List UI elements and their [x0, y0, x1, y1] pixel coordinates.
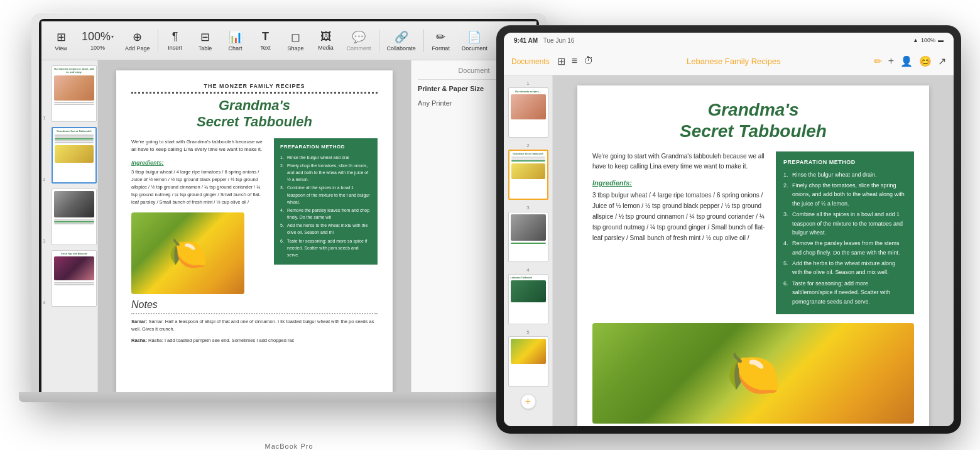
collaborate-label: Collaborate [387, 45, 416, 52]
thumb-spices-img [54, 191, 94, 217]
ios-prep-box: PREPARATION METHOD 1. Rinse the bulgur w… [776, 151, 914, 314]
table-label: Table [199, 45, 212, 52]
toolbar-document[interactable]: 📄 Document [457, 28, 493, 54]
toolbar-format[interactable]: ✏ Format [427, 28, 455, 54]
ios-thumbnail-3[interactable]: 3 [506, 205, 550, 262]
notes-heading: Notes [131, 299, 378, 314]
zoom-icon: 100% ▾ [82, 30, 114, 43]
recipe-title-line2: Secret Tabbouleh [197, 114, 312, 129]
toolbar-add-page[interactable]: ⊕ Add Page [120, 28, 155, 54]
ios-thumbnail-1[interactable]: 1 Our favorite recipes... [506, 80, 550, 138]
emoji-icon[interactable]: 😊 [919, 55, 932, 67]
toolbar-view[interactable]: ⊞ View [46, 28, 75, 54]
mac-page: THE MONZER FAMILY RECIPES Grandma's Secr… [116, 70, 393, 393]
thumb-number-4: 4 [43, 300, 45, 305]
toolbar-chart[interactable]: 📊 Chart [221, 28, 250, 54]
view-label: View [55, 45, 67, 52]
status-date: Tue Jun 16 [543, 37, 575, 44]
ios-thumb-image-1: Our favorite recipes... [508, 87, 548, 138]
ios-ingredients-heading: Ingredients: [592, 179, 766, 187]
toolbar-shape[interactable]: ◻ Shape [281, 28, 310, 54]
document-label: Document [462, 45, 487, 52]
ios-lemon-image: 🍋 [592, 323, 914, 424]
mac-toolbar: ⊞ View 100% ▾ 100% ⊕ Add Page [41, 21, 536, 60]
ios-thumb-image-3 [508, 212, 548, 262]
add-icon[interactable]: + [888, 55, 894, 67]
thumb-figs-img [54, 256, 94, 280]
pen-icon[interactable]: ✏ [874, 55, 882, 67]
ipad-body: 9:41 AM Tue Jun 16 ▲ 100% ▬ Documents ⊞ … [496, 25, 961, 434]
person-icon[interactable]: 👤 [900, 55, 913, 67]
thumb-image-1: Our favorite recipes to share, add to, a… [52, 65, 97, 122]
comment-icon: 💬 [352, 30, 366, 44]
toolbar-collaborate[interactable]: 🔗 Collaborate [382, 28, 421, 54]
macbook: ⊞ View 100% ▾ 100% ⊕ Add Page [31, 13, 547, 427]
macbook-screen: ⊞ View 100% ▾ 100% ⊕ Add Page [41, 21, 536, 393]
macbook-screen-bezel: ⊞ View 100% ▾ 100% ⊕ Add Page [39, 19, 539, 393]
shape-icon: ◻ [291, 30, 300, 44]
toolbar-zoom[interactable]: 100% ▾ 100% [77, 28, 119, 53]
view-icon: ⊞ [57, 30, 66, 44]
ios-thumb-image-5 [508, 336, 548, 387]
ios-thumb-recipe2-img [511, 280, 546, 302]
prep-title: PREPARATION METHOD [280, 143, 371, 151]
ios-intro-text: We're going to start with Grandma's tabb… [592, 151, 766, 172]
toolbar-media[interactable]: 🖼 Media [312, 28, 340, 53]
ios-toolbar: Documents ⊞ ≡ ⏱ Lebanese Family Recipes … [504, 48, 954, 75]
thumbnail-3[interactable]: 3 [44, 189, 95, 245]
text-label: Text [260, 45, 271, 51]
ios-add-page-area: + [506, 394, 550, 409]
ios-thumbnail-2[interactable]: 2 Grandma's Secret Tabbouleh [506, 143, 550, 200]
ios-add-page-button[interactable]: + [521, 394, 536, 409]
ipad: 9:41 AM Tue Jun 16 ▲ 100% ▬ Documents ⊞ … [496, 25, 961, 434]
wifi-icon: ▲ [913, 37, 918, 43]
toolbar-table[interactable]: ⊟ Table [191, 28, 220, 54]
ios-thumbnails: 1 Our favorite recipes... 2 [504, 75, 553, 426]
macbook-body: ⊞ View 100% ▾ 100% ⊕ Add Page [31, 13, 547, 402]
thumb-image-4: Fresh Figs with Almonds [52, 250, 97, 307]
ios-toolbar-icons: ⊞ ≡ ⏱ [557, 55, 594, 67]
document-icon: 📄 [467, 30, 481, 44]
ios-prep-step-6: 6. Taste for seasoning; add more salt/le… [783, 279, 906, 306]
collaborate-icon: 🔗 [395, 30, 408, 44]
recent-icon[interactable]: ⏱ [584, 55, 594, 67]
thumb-cover-img [54, 75, 94, 101]
ios-thumb-lemon-mini [511, 163, 545, 179]
ios-recipe-title: Grandma's Secret Tabbouleh [592, 99, 914, 141]
toolbar-insert[interactable]: ¶ Insert [161, 28, 190, 53]
chart-label: Chart [229, 45, 242, 52]
battery-icon: ▬ [938, 37, 944, 43]
ios-prep-title: PREPARATION METHOD [783, 158, 906, 167]
ios-thumb-spices-img [511, 214, 546, 241]
prep-box: PREPARATION METHOD 1. Rinse the bulgur w… [274, 138, 378, 265]
table-icon: ⊟ [200, 30, 210, 44]
prep-step-2: 2. Finely chop the tomatoes, slice th on… [280, 162, 371, 184]
prep-step-4: 4. Remove the parsley leaves from and ch… [280, 207, 371, 221]
status-icons: ▲ 100% ▬ [913, 37, 944, 43]
thumbnail-4[interactable]: 4 Fresh Figs with Almonds [44, 250, 95, 307]
ios-text-col: We're going to start with Grandma's tabb… [592, 151, 766, 314]
share-icon[interactable]: ↗ [938, 55, 946, 67]
ios-thumbnail-4[interactable]: 4 Lebanese Tabbouleh [506, 267, 550, 324]
ios-doc-title: Lebanese Family Recipes [599, 57, 869, 66]
media-label: Media [318, 45, 334, 51]
mac-page-area: THE MONZER FAMILY RECIPES Grandma's Secr… [98, 60, 411, 393]
ios-prep-step-2: 2. Finely chop the tomatoes, slice the s… [783, 181, 906, 208]
thumbnail-1[interactable]: 1 Our favorite recipes to share, add to,… [44, 65, 95, 122]
toolbar-text[interactable]: T Text [251, 28, 280, 53]
ios-thumbnail-5[interactable]: 5 [506, 329, 550, 387]
list-view-icon[interactable]: ≡ [572, 55, 577, 67]
recipe-title: Grandma's Secret Tabbouleh [131, 97, 378, 131]
back-button[interactable]: Documents [511, 57, 550, 66]
thumbnail-2[interactable]: 2 Grandma's Secret Tabbouleh [44, 127, 95, 184]
ipad-screen: 9:41 AM Tue Jun 16 ▲ 100% ▬ Documents ⊞ … [504, 33, 954, 426]
ios-toolbar-right: ✏ + 👤 😊 ↗ [874, 55, 946, 67]
thumbnails-toggle-icon[interactable]: ⊞ [557, 55, 565, 67]
notes-text: Samar: Samar: Half a teaspoon of allspi … [131, 318, 378, 333]
ios-ingredients-text: 3 tbsp bulgur wheat / 4 large ripe tomat… [592, 190, 766, 243]
lemon-image: 🍋 [131, 212, 244, 294]
prep-step-1: 1. Rinse the bulgur wheat and drai [280, 154, 371, 161]
toolbar-comment[interactable]: 💬 Comment [342, 28, 376, 54]
ios-page: Grandma's Secret Tabbouleh We're going t… [577, 85, 929, 426]
status-left: 9:41 AM Tue Jun 16 [514, 37, 574, 44]
